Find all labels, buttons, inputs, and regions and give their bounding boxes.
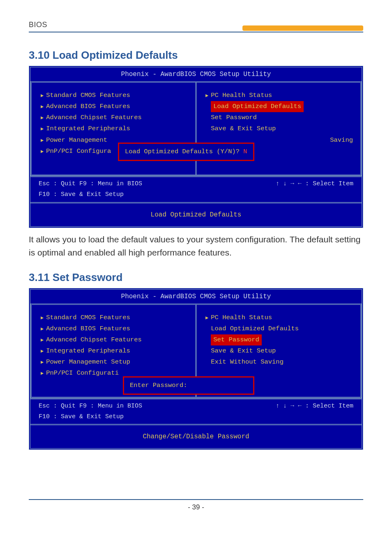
menu-pc-health[interactable]: ▶PC Health Status	[205, 312, 353, 323]
triangle-icon: ▶	[205, 315, 208, 321]
bios-screenshot-set-password: Phoenix - AwardBIOS CMOS Setup Utility ▶…	[29, 288, 363, 450]
bios-key-hints: Esc : Quit F9 : Menu in BIOS F10 : Save …	[30, 398, 362, 424]
header-underline	[29, 32, 363, 32]
section-title-set-password: 3.11 Set Password	[29, 271, 363, 284]
page-number: - 39 -	[29, 499, 363, 511]
menu-advanced-bios[interactable]: ▶Advanced BIOS Features	[41, 101, 188, 112]
triangle-icon: ▶	[41, 149, 44, 154]
bios-key-hints-right: ↑ ↓ → ← : Select Item	[276, 401, 353, 423]
menu-load-optimized[interactable]: ▶Load Optimized Defaults	[205, 323, 353, 334]
triangle-icon: ▶	[41, 315, 44, 321]
triangle-icon: ▶	[41, 104, 44, 110]
password-dialog[interactable]: Enter Password:	[123, 376, 254, 395]
bios-key-hints-left: Esc : Quit F9 : Menu in BIOS F10 : Save …	[39, 179, 142, 200]
menu-load-optimized[interactable]: ▶Load Optimized Defaults	[205, 101, 353, 112]
menu-save-exit[interactable]: ▶Save & Exit Setup	[205, 123, 353, 134]
menu-advanced-chipset[interactable]: ▶Advanced Chipset Features	[41, 112, 188, 123]
menu-advanced-bios[interactable]: ▶Advanced BIOS Features	[41, 323, 188, 334]
bios-window-title: Phoenix - AwardBIOS CMOS Setup Utility	[30, 290, 362, 304]
menu-standard-cmos[interactable]: ▶Standard CMOS Features	[41, 312, 188, 323]
menu-power-management[interactable]: ▶Power Management Setup	[41, 357, 188, 368]
dialog-answer: N	[243, 148, 247, 155]
menu-set-password[interactable]: ▶Set Password	[205, 112, 353, 123]
menu-advanced-chipset[interactable]: ▶Advanced Chipset Features	[41, 334, 188, 345]
bios-key-hints: Esc : Quit F9 : Menu in BIOS F10 : Save …	[30, 176, 362, 202]
dialog-text: Enter Password:	[130, 382, 187, 389]
menu-pc-health[interactable]: ▶PC Health Status	[205, 90, 353, 101]
confirm-dialog[interactable]: Load Optimized Defaults (Y/N)? N	[118, 143, 254, 161]
triangle-icon: ▶	[41, 348, 44, 354]
menu-exit-nosave[interactable]: ▶Exit Without Saving	[205, 357, 353, 368]
section-body-load-defaults: It allows you to load the default values…	[29, 233, 363, 260]
triangle-icon: ▶	[205, 93, 208, 99]
bios-item-description: Load Optimized Defaults	[30, 202, 362, 226]
bios-window-title: Phoenix - AwardBIOS CMOS Setup Utility	[30, 67, 362, 81]
header-accent-bar	[242, 25, 363, 31]
bios-menu-area: ▶Standard CMOS Features ▶Advanced BIOS F…	[30, 304, 362, 398]
bios-menu-area: ▶Standard CMOS Features ▶Advanced BIOS F…	[30, 81, 362, 176]
menu-save-exit[interactable]: ▶Save & Exit Setup	[205, 345, 353, 357]
page-header: BIOS	[29, 21, 363, 31]
triangle-icon: ▶	[41, 115, 44, 121]
bios-key-hints-right: ↑ ↓ → ← : Select Item	[276, 179, 353, 200]
dialog-text: Load Optimized Defaults (Y/N)?	[125, 148, 243, 155]
triangle-icon: ▶	[41, 371, 44, 376]
triangle-icon: ▶	[41, 138, 44, 143]
bios-key-hints-left: Esc : Quit F9 : Menu in BIOS F10 : Save …	[39, 401, 142, 423]
menu-integrated-peripherals[interactable]: ▶Integrated Peripherals	[41, 345, 188, 357]
triangle-icon: ▶	[41, 326, 44, 332]
triangle-icon: ▶	[41, 126, 44, 132]
header-breadcrumb: BIOS	[29, 21, 242, 31]
menu-set-password[interactable]: ▶Set Password	[205, 334, 353, 345]
section-title-load-defaults: 3.10 Load Optimized Defaults	[29, 49, 363, 62]
triangle-icon: ▶	[41, 337, 44, 343]
bios-screenshot-load-defaults: Phoenix - AwardBIOS CMOS Setup Utility ▶…	[29, 66, 363, 228]
menu-integrated-peripherals[interactable]: ▶Integrated Peripherals	[41, 123, 188, 134]
menu-standard-cmos[interactable]: ▶Standard CMOS Features	[41, 90, 188, 101]
bios-item-description: Change/Set/Disable Password	[30, 424, 362, 448]
triangle-icon: ▶	[41, 93, 44, 99]
triangle-icon: ▶	[41, 359, 44, 365]
